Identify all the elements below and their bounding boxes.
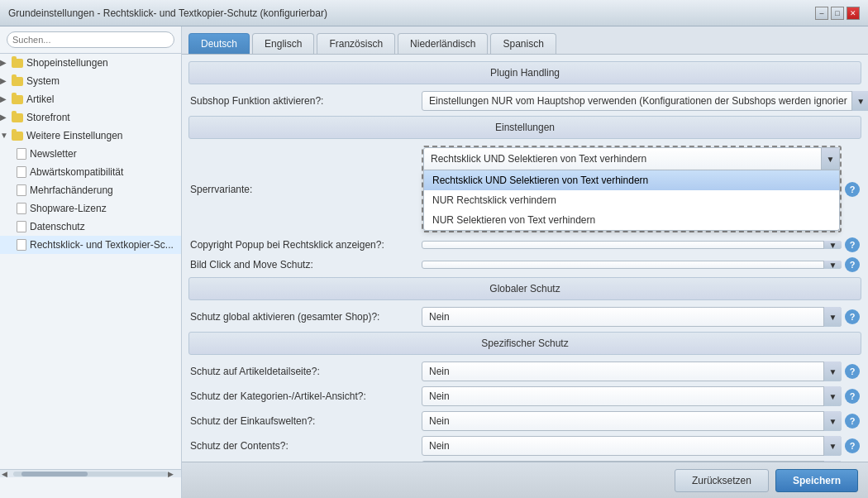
- schutz-kategorien-arrow[interactable]: ▼: [823, 386, 842, 406]
- sidebar-item-weitere[interactable]: ▼ Weitere Einstellungen: [0, 127, 181, 145]
- bild-click-select-wrapper: ▼: [422, 261, 842, 269]
- schutz-contents-help-button[interactable]: ?: [845, 438, 860, 453]
- sidebar-item-rechtsklick[interactable]: Rechtsklick- und Textkopier-Sc...: [0, 236, 181, 254]
- sidebar-hscrollbar[interactable]: ◀ ▶: [0, 469, 181, 477]
- close-button[interactable]: ✕: [847, 7, 860, 20]
- sidebar-item-artikel[interactable]: ▶ Artikel: [0, 90, 181, 108]
- schutz-contents-select[interactable]: Nein: [422, 436, 842, 456]
- copyright-select[interactable]: [422, 241, 842, 249]
- schutz-artikel-help-button[interactable]: ?: [845, 364, 860, 379]
- schutz-einkauf-select[interactable]: Nein: [422, 411, 842, 431]
- schutz-kategorien-help-button[interactable]: ?: [845, 389, 860, 404]
- scroll-right-btn[interactable]: ▶: [168, 470, 179, 478]
- copyright-arrow[interactable]: ▼: [823, 241, 842, 249]
- copyright-label: Copyright Popup bei Rechtsklick anzeigen…: [190, 239, 422, 251]
- sperrvariante-row: Sperrvariante: Rechtsklick UND Selektier…: [188, 146, 861, 232]
- dropdown-option-2[interactable]: NUR Rechtsklick verhindern: [424, 190, 839, 210]
- schutz-contents-control: Nein ▼ ?: [422, 436, 860, 456]
- sidebar-label: Shopware-Lizenz: [30, 203, 107, 214]
- schutz-artikel-select-wrapper: Nein ▼: [422, 362, 842, 381]
- bild-click-arrow[interactable]: ▼: [823, 261, 842, 269]
- schutz-artikel-row: Schutz auf Artikeldetailseite?: Nein ▼ ?: [188, 362, 861, 381]
- expand-icon: ▼: [0, 131, 10, 141]
- sidebar-item-abwaerts[interactable]: Abwärtskompatibilität: [0, 163, 181, 181]
- schutz-kategorien-label: Schutz der Kategorien-/Artikel-Ansicht?:: [190, 390, 422, 402]
- expand-icon: ▶: [0, 94, 10, 104]
- scroll-left-btn[interactable]: ◀: [2, 470, 13, 478]
- schutz-einkauf-row: Schutz der Einkaufswelten?: Nein ▼ ?: [188, 411, 861, 431]
- sperrvariante-dropdown-list: Rechtsklick UND Selektieren von Text ver…: [423, 170, 840, 231]
- sidebar-item-newsletter[interactable]: Newsletter: [0, 145, 181, 163]
- sidebar-item-datenschutz[interactable]: Datenschutz: [0, 218, 181, 236]
- schutz-artikel-arrow[interactable]: ▼: [823, 362, 842, 381]
- tab-franzoesisch[interactable]: Französisch: [317, 33, 395, 54]
- search-input[interactable]: [7, 31, 174, 48]
- subshop-select[interactable]: Einstellungen NUR vom Hauptshop verwende…: [422, 91, 868, 111]
- dropdown-option-1[interactable]: Rechtsklick UND Selektieren von Text ver…: [424, 170, 839, 190]
- scroll-thumb[interactable]: [21, 472, 88, 476]
- sperrvariante-value: Rechtsklick UND Selektieren von Text ver…: [431, 153, 821, 165]
- sidebar-label: Datenschutz: [30, 221, 85, 232]
- schutz-global-help-button[interactable]: ?: [845, 309, 860, 324]
- schutz-artikel-select[interactable]: Nein: [422, 362, 842, 381]
- schutz-einkauf-label: Schutz der Einkaufswelten?:: [190, 415, 422, 427]
- sperrvariante-arrow[interactable]: ▼: [821, 148, 839, 170]
- schutz-global-arrow[interactable]: ▼: [823, 307, 842, 327]
- search-bar: [0, 26, 181, 54]
- copyright-row: Copyright Popup bei Rechtsklick anzeigen…: [188, 237, 861, 252]
- schutz-einkauf-help-button[interactable]: ?: [845, 414, 860, 429]
- sidebar-item-shopeinstellungen[interactable]: ▶ Shopeinstellungen: [0, 54, 181, 72]
- window-controls: – □ ✕: [815, 7, 860, 20]
- sidebar-item-mehrfach[interactable]: Mehrfachänderung: [0, 181, 181, 199]
- sidebar: ▶ Shopeinstellungen ▶ System ▶ Artikel ▶…: [0, 26, 182, 498]
- tab-niederlaendisch[interactable]: Niederländisch: [398, 33, 488, 54]
- einstellungen-header: Einstellungen: [188, 116, 861, 139]
- schutz-kategorien-select[interactable]: Nein: [422, 386, 842, 406]
- sidebar-item-shopware-lizenz[interactable]: Shopware-Lizenz: [0, 199, 181, 218]
- copyright-control: ▼ ?: [422, 237, 860, 252]
- bild-click-select[interactable]: [422, 261, 842, 269]
- sperrvariante-field[interactable]: Rechtsklick UND Selektieren von Text ver…: [423, 147, 840, 170]
- dropdown-option-3[interactable]: NUR Selektieren von Text verhindern: [424, 210, 839, 230]
- schutz-global-select[interactable]: Nein: [422, 307, 842, 327]
- save-button[interactable]: Speichern: [775, 469, 858, 492]
- bild-click-help-button[interactable]: ?: [845, 257, 860, 272]
- schutz-global-row: Schutz global aktivieren (gesamter Shop)…: [188, 307, 861, 327]
- sidebar-label: Mehrfachänderung: [30, 184, 113, 196]
- bild-click-control: ▼ ?: [422, 257, 860, 272]
- bild-click-row: Bild Click and Move Schutz: ▼ ?: [188, 257, 861, 272]
- schutz-einkauf-arrow[interactable]: ▼: [823, 411, 842, 431]
- sidebar-label: Weitere Einstellungen: [26, 130, 123, 141]
- subshop-dropdown-arrow[interactable]: ▼: [851, 91, 868, 111]
- schutz-contents-arrow[interactable]: ▼: [823, 436, 842, 456]
- folder-icon: [12, 113, 23, 122]
- file-icon: [17, 148, 26, 160]
- file-icon: [17, 184, 26, 196]
- reset-button[interactable]: Zurücksetzen: [675, 469, 769, 492]
- sperrvariante-label: Sperrvariante:: [190, 184, 422, 195]
- schutz-kategorien-control: Nein ▼ ?: [422, 386, 860, 406]
- file-icon: [17, 239, 26, 251]
- tab-deutsch[interactable]: Deutsch: [188, 33, 250, 54]
- subshop-row: Subshop Funktion aktivieren?: Einstellun…: [188, 91, 861, 111]
- folder-icon: [12, 77, 23, 86]
- tab-spanisch[interactable]: Spanisch: [490, 33, 556, 54]
- minimize-button[interactable]: –: [815, 7, 828, 20]
- content-area: Deutsch Englisch Französisch Niederländi…: [182, 26, 868, 498]
- restore-button[interactable]: □: [831, 7, 844, 20]
- sperrvariante-control: Rechtsklick UND Selektieren von Text ver…: [422, 146, 860, 232]
- schutz-global-select-wrapper: Nein ▼: [422, 307, 842, 327]
- folder-icon: [12, 132, 23, 141]
- copyright-help-button[interactable]: ?: [845, 237, 860, 252]
- subshop-select-wrapper: Einstellungen NUR vom Hauptshop verwende…: [422, 91, 868, 111]
- schutz-global-control: Nein ▼ ?: [422, 307, 860, 327]
- expand-icon: ▶: [0, 76, 10, 86]
- tab-englisch[interactable]: Englisch: [252, 33, 314, 54]
- bild-click-label: Bild Click and Move Schutz:: [190, 259, 422, 271]
- sidebar-label: Artikel: [26, 93, 54, 105]
- titlebar: Grundeinstellungen - Rechtsklick- und Te…: [0, 0, 868, 26]
- sidebar-item-storefront[interactable]: ▶ Storefront: [0, 108, 181, 127]
- sidebar-item-system[interactable]: ▶ System: [0, 72, 181, 90]
- sperrvariante-help-button[interactable]: ?: [845, 182, 860, 197]
- expand-icon: ▶: [0, 113, 10, 122]
